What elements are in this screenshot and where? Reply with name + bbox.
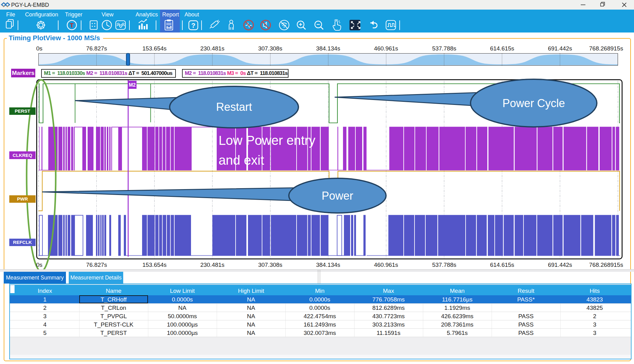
svg-text:Low Power entry: Low Power entry: [219, 133, 315, 148]
svg-text:Power Cycle: Power Cycle: [502, 97, 565, 110]
svg-text:M2: M2: [129, 82, 136, 88]
svg-text:Restart: Restart: [216, 101, 252, 113]
svg-text:Power: Power: [322, 189, 353, 202]
svg-text:and exit: and exit: [219, 153, 264, 167]
